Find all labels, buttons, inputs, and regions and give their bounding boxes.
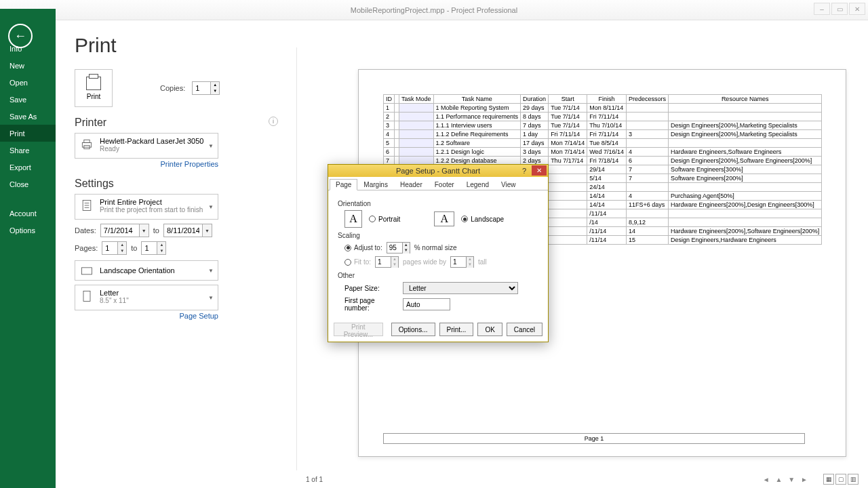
- dialog-title-bar[interactable]: Page Setup - Gantt Chart ? ✕: [328, 165, 548, 177]
- date-from-combo[interactable]: ▼: [100, 224, 149, 237]
- scope-title: Print Entire Project: [100, 198, 214, 206]
- page-from-spinner[interactable]: ▲▼: [102, 241, 127, 255]
- close-window-button[interactable]: ✕: [849, 3, 865, 15]
- multi-page-button[interactable]: ▥: [848, 474, 859, 485]
- copies-up[interactable]: ▲: [211, 82, 219, 88]
- tab-legend[interactable]: Legend: [460, 179, 495, 190]
- maximize-button[interactable]: ▭: [831, 3, 848, 15]
- settings-heading: Settings: [75, 178, 278, 190]
- prev-page-button[interactable]: ◄: [761, 476, 772, 483]
- dates-label: Dates:: [75, 226, 96, 235]
- sidebar-item-save[interactable]: Save: [0, 91, 56, 108]
- paper-subtitle: 8.5" x 11": [100, 297, 214, 304]
- chevron-down-icon[interactable]: ▼: [202, 224, 212, 237]
- copies-spinner[interactable]: ▲▼: [192, 81, 220, 95]
- dialog-print-button[interactable]: Print...: [439, 323, 474, 336]
- tab-header[interactable]: Header: [394, 179, 429, 190]
- scaling-group-label: Scaling: [338, 232, 538, 239]
- paper-size-label: Paper Size:: [344, 285, 397, 292]
- landscape-radio[interactable]: Landscape: [461, 216, 504, 223]
- table-row: 2 1.1 Performance requirements8 daysTue …: [384, 113, 822, 121]
- pages-label: Pages:: [75, 244, 98, 252]
- date-from-input[interactable]: [101, 226, 139, 235]
- sidebar-item-options[interactable]: Options: [0, 222, 56, 239]
- svg-rect-8: [83, 291, 90, 302]
- sidebar-item-save-as[interactable]: Save As: [0, 108, 56, 125]
- sidebar-item-new[interactable]: New: [0, 57, 56, 74]
- print-button[interactable]: Print: [75, 69, 113, 107]
- chevron-down-icon: ▼: [208, 204, 214, 210]
- tab-page[interactable]: Page: [330, 179, 357, 190]
- printer-icon: [86, 77, 101, 90]
- date-to-combo[interactable]: ▼: [163, 224, 212, 237]
- copies-down[interactable]: ▼: [211, 88, 219, 94]
- copies-input[interactable]: [193, 84, 210, 92]
- adjust-input[interactable]: [387, 244, 402, 251]
- printer-dropdown[interactable]: Hewlett-Packard LaserJet 3050 Ready ▼: [75, 133, 218, 159]
- ok-button[interactable]: OK: [477, 323, 502, 336]
- svg-rect-0: [82, 143, 91, 148]
- adjust-spinner[interactable]: ▲▼: [387, 242, 410, 253]
- chevron-down-icon: ▼: [208, 268, 214, 274]
- one-page-button[interactable]: ▢: [835, 474, 846, 485]
- up-button[interactable]: ▲: [773, 476, 784, 483]
- table-row: 6 1.2.1 Design logic3 daysMon 7/14/14Wed…: [384, 148, 822, 157]
- landscape-icon: [79, 263, 94, 278]
- back-button[interactable]: ←: [8, 24, 33, 48]
- sidebar-item-close[interactable]: Close: [0, 176, 56, 192]
- page-setup-dialog: Page Setup - Gantt Chart ? ✕ PageMargins…: [328, 164, 549, 342]
- portrait-radio[interactable]: Portrait: [369, 216, 400, 223]
- minimize-button[interactable]: –: [814, 3, 830, 15]
- down-button[interactable]: ▼: [786, 476, 797, 483]
- page-setup-link[interactable]: Page Setup: [75, 312, 218, 320]
- info-icon[interactable]: i: [269, 117, 278, 126]
- chevron-down-icon[interactable]: ▼: [139, 224, 149, 237]
- date-to-input[interactable]: [164, 226, 202, 235]
- fit-tall-spinner[interactable]: ▲▼: [450, 256, 474, 268]
- dialog-title: Page Setup - Gantt Chart: [396, 167, 480, 175]
- sidebar-item-account[interactable]: Account: [0, 205, 56, 222]
- print-scope-dropdown[interactable]: Print Entire Project Print the project f…: [75, 194, 218, 220]
- sidebar-item-open[interactable]: Open: [0, 74, 56, 91]
- tab-footer[interactable]: Footer: [429, 179, 460, 190]
- actual-size-button[interactable]: ▦: [823, 474, 834, 485]
- paper-size-dropdown[interactable]: Letter 8.5" x 11" ▼: [75, 285, 218, 310]
- printer-status: Ready: [100, 145, 214, 152]
- sidebar-item-share[interactable]: Share: [0, 142, 56, 159]
- page-to-input[interactable]: [142, 244, 157, 252]
- orientation-group-label: Orientation: [338, 200, 538, 207]
- orientation-label: Landscape Orientation: [100, 266, 214, 274]
- tab-margins[interactable]: Margins: [357, 179, 394, 190]
- copies-label: Copies:: [160, 84, 185, 92]
- page-icon: [79, 289, 94, 304]
- options-button[interactable]: Options...: [391, 323, 435, 336]
- to-label: to: [153, 226, 159, 235]
- landscape-icon: A: [434, 211, 454, 226]
- backstage-sidebar: ← InfoNewOpenSaveSave AsPrintShareExport…: [0, 9, 56, 488]
- chevron-down-icon: ▼: [208, 143, 214, 149]
- cancel-button[interactable]: Cancel: [507, 323, 542, 336]
- other-group-label: Other: [338, 272, 538, 279]
- adjust-to-radio[interactable]: Adjust to:: [344, 244, 382, 251]
- fit-to-radio[interactable]: Fit to:: [344, 258, 371, 266]
- printer-icon: [79, 137, 94, 152]
- table-row: 3 1.1.1 Interview users7 daysTue 7/1/14T…: [384, 121, 822, 130]
- first-page-label: First page number:: [344, 297, 397, 312]
- printer-properties-link[interactable]: Printer Properties: [75, 160, 218, 168]
- next-page-button[interactable]: ►: [799, 476, 810, 483]
- tab-view[interactable]: View: [495, 179, 522, 190]
- scope-subtitle: Print the project from start to finish: [100, 206, 214, 214]
- orientation-dropdown[interactable]: Landscape Orientation ▼: [75, 260, 218, 281]
- print-preview-button: Print Preview...: [334, 323, 383, 336]
- page-to-spinner[interactable]: ▲▼: [141, 241, 166, 255]
- dialog-close-button[interactable]: ✕: [532, 165, 547, 176]
- dialog-help-button[interactable]: ?: [518, 165, 530, 176]
- sidebar-item-export[interactable]: Export: [0, 159, 56, 176]
- page-from-input[interactable]: [102, 244, 117, 252]
- printer-name: Hewlett-Packard LaserJet 3050: [100, 137, 214, 145]
- sidebar-item-print[interactable]: Print: [0, 125, 56, 142]
- first-page-input[interactable]: [403, 298, 450, 310]
- dialog-tabs: PageMarginsHeaderFooterLegendView: [328, 177, 548, 190]
- fit-wide-spinner[interactable]: ▲▼: [375, 256, 399, 268]
- paper-size-select[interactable]: Letter: [403, 282, 518, 294]
